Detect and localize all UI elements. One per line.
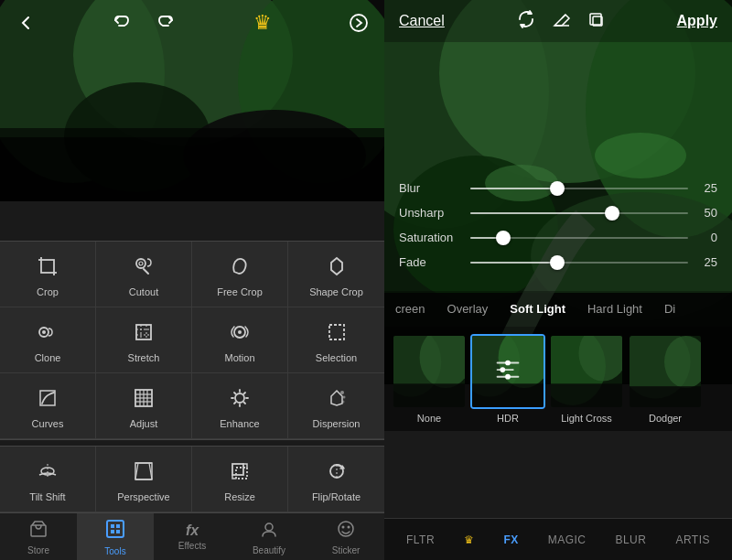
blend-mode-hardlight[interactable]: Hard Light bbox=[576, 298, 653, 319]
tab-blur[interactable]: BLUR bbox=[615, 533, 646, 546]
tool-clone[interactable]: Clone bbox=[0, 307, 96, 373]
tool-perspective[interactable]: Perspective bbox=[96, 447, 192, 512]
unsharp-track[interactable] bbox=[470, 212, 688, 214]
freecrop-icon bbox=[227, 253, 253, 283]
thumb-hdr[interactable]: HDR bbox=[470, 334, 545, 424]
motion-icon bbox=[227, 319, 253, 349]
thumb-dodger-img bbox=[628, 334, 703, 409]
redo-button[interactable] bbox=[151, 8, 180, 38]
svg-rect-79 bbox=[590, 14, 601, 25]
nav-effects[interactable]: fx Effects bbox=[154, 513, 231, 560]
tool-shapecrop[interactable]: Shape Crop bbox=[288, 242, 384, 307]
resize-label: Resize bbox=[224, 491, 255, 502]
nav-sticker[interactable]: Sticker bbox=[307, 513, 384, 560]
tool-freecrop[interactable]: Free Crop bbox=[192, 242, 288, 307]
saturation-track[interactable] bbox=[470, 237, 688, 239]
tool-adjust[interactable]: Adjust bbox=[96, 373, 192, 439]
fade-value: 25 bbox=[695, 255, 717, 269]
svg-line-41 bbox=[244, 402, 246, 404]
nav-tools[interactable]: Tools bbox=[77, 513, 154, 560]
svg-rect-63 bbox=[116, 530, 120, 533]
svg-rect-8 bbox=[41, 260, 54, 273]
tool-cutout[interactable]: Cutout bbox=[96, 242, 192, 307]
curves-label: Curves bbox=[32, 418, 64, 429]
curves-icon bbox=[35, 385, 60, 415]
tool-enhance[interactable]: Enhance bbox=[192, 373, 288, 439]
tool-resize[interactable]: Resize bbox=[192, 447, 288, 512]
fade-track[interactable] bbox=[470, 262, 688, 264]
svg-rect-58 bbox=[31, 525, 46, 536]
freecrop-label: Free Crop bbox=[217, 286, 263, 297]
copy-icon[interactable] bbox=[586, 9, 606, 34]
tool-selection[interactable]: Selection bbox=[288, 307, 384, 373]
tool-curves[interactable]: Curves bbox=[0, 373, 96, 439]
thumb-none[interactable]: None bbox=[392, 334, 467, 424]
blur-track[interactable] bbox=[470, 188, 688, 189]
back-button[interactable] bbox=[11, 8, 40, 38]
tool-tiltshift[interactable]: Tilt Shift bbox=[0, 447, 96, 512]
thumb-hdr-img bbox=[470, 334, 545, 409]
svg-rect-84 bbox=[393, 383, 465, 407]
blend-mode-softlight[interactable]: Soft Light bbox=[499, 298, 576, 319]
sticker-icon bbox=[336, 519, 356, 544]
svg-rect-55 bbox=[236, 468, 247, 479]
tab-artis[interactable]: ARTIS bbox=[675, 533, 710, 546]
fade-thumb[interactable] bbox=[550, 255, 565, 270]
unsharp-thumb[interactable] bbox=[605, 206, 619, 221]
tools-icon bbox=[104, 518, 126, 544]
thumb-none-img bbox=[392, 334, 467, 409]
unsharp-label: Unsharp bbox=[399, 206, 463, 220]
thumb-hdr-label: HDR bbox=[497, 413, 519, 424]
forward-button[interactable] bbox=[344, 8, 373, 38]
tools-grid-row3: Curves Adjust bbox=[0, 373, 384, 439]
apply-button[interactable]: Apply bbox=[677, 13, 717, 29]
svg-rect-6 bbox=[0, 137, 384, 201]
tab-magic[interactable]: MAGIC bbox=[548, 533, 587, 546]
sliders-section: Blur 25 Unsharp 50 Saturation 0 bbox=[384, 170, 732, 291]
blend-mode-overlay[interactable]: Overlay bbox=[436, 298, 500, 319]
blur-slider-row: Blur 25 bbox=[399, 181, 717, 195]
tab-fltr[interactable]: FLTR bbox=[406, 533, 435, 546]
blur-thumb[interactable] bbox=[550, 181, 565, 196]
tool-fliprotate[interactable]: Flip/Rotate bbox=[288, 447, 384, 512]
tool-crop[interactable]: Crop bbox=[0, 242, 96, 307]
cutout-icon bbox=[131, 253, 156, 283]
tools-grid-row2: Clone Stretch bbox=[0, 307, 384, 373]
thumb-none-label: None bbox=[417, 413, 441, 424]
stretch-label: Stretch bbox=[128, 352, 160, 363]
unsharp-slider-row: Unsharp 50 bbox=[399, 206, 717, 220]
eraser-icon[interactable] bbox=[551, 9, 571, 34]
svg-rect-62 bbox=[111, 530, 114, 533]
blend-mode-screen[interactable]: creen bbox=[384, 298, 436, 319]
tool-dispersion[interactable]: Dispersion bbox=[288, 373, 384, 439]
blur-value: 25 bbox=[695, 181, 717, 195]
beautify-label: Beautify bbox=[253, 545, 285, 555]
store-label: Store bbox=[27, 545, 49, 555]
saturation-thumb[interactable] bbox=[496, 231, 511, 245]
tools-label: Tools bbox=[104, 546, 125, 556]
tab-crown[interactable]: ♛ bbox=[464, 533, 475, 546]
tab-fx[interactable]: FX bbox=[503, 533, 518, 546]
refresh-icon[interactable] bbox=[516, 9, 536, 34]
tool-motion[interactable]: Motion bbox=[192, 307, 288, 373]
thumb-dodger-label: Dodger bbox=[649, 413, 682, 424]
cutout-label: Cutout bbox=[129, 286, 158, 297]
undo-button[interactable] bbox=[107, 8, 136, 38]
svg-rect-98 bbox=[551, 383, 622, 407]
nav-beautify[interactable]: Beautify bbox=[231, 513, 307, 560]
fliprotate-label: Flip/Rotate bbox=[312, 491, 361, 502]
svg-point-5 bbox=[183, 110, 366, 201]
thumb-lightcross[interactable]: Light Cross bbox=[549, 334, 624, 424]
blur-fill bbox=[470, 188, 557, 189]
cancel-button[interactable]: Cancel bbox=[399, 13, 445, 29]
svg-point-25 bbox=[238, 330, 242, 334]
svg-point-67 bbox=[348, 525, 350, 528]
thumb-dodger[interactable]: Dodger bbox=[628, 334, 703, 424]
fade-label: Fade bbox=[399, 255, 463, 269]
nav-store[interactable]: Store bbox=[0, 513, 77, 560]
svg-rect-54 bbox=[232, 464, 243, 475]
blend-mode-di[interactable]: Di bbox=[653, 298, 686, 319]
svg-rect-90 bbox=[497, 369, 514, 371]
tool-stretch[interactable]: Stretch bbox=[96, 307, 192, 373]
crown-icon[interactable]: ♛ bbox=[248, 8, 277, 38]
